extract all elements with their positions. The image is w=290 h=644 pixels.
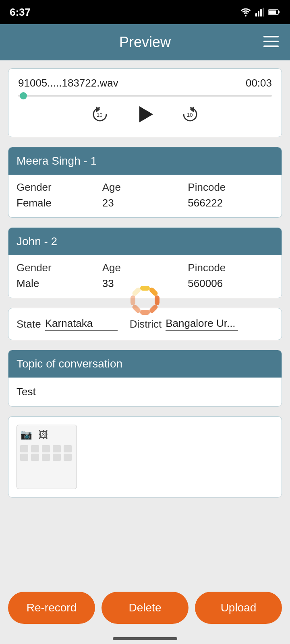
audio-filename: 91005.....183722.wav xyxy=(18,77,118,89)
main-content: 91005.....183722.wav 00:03 10 xyxy=(0,60,290,644)
person2-age-label: Age xyxy=(102,262,188,274)
thumb-cell xyxy=(42,454,50,461)
person2-body: Gender Age Pincode Male 33 560006 xyxy=(8,255,282,298)
home-indicator xyxy=(113,637,177,640)
battery-icon xyxy=(268,9,280,15)
thumb-cell xyxy=(42,445,50,452)
svg-text:10: 10 xyxy=(97,112,102,118)
svg-rect-0 xyxy=(255,13,257,17)
person1-name: Meera Singh - 1 xyxy=(17,155,97,167)
topic-header: Topic of conversation xyxy=(8,350,282,378)
person1-gender-label: Gender xyxy=(17,181,102,194)
thumb-cell xyxy=(20,445,28,452)
person1-pincode-value: 566222 xyxy=(188,197,273,209)
rerecord-button[interactable]: Re-record xyxy=(8,592,95,624)
status-icons xyxy=(240,8,280,17)
thumb-cell xyxy=(64,445,72,452)
time-display: 6:37 xyxy=(10,6,31,19)
person1-age-value: 23 xyxy=(102,197,188,209)
thumb-cell xyxy=(20,454,28,461)
svg-rect-8 xyxy=(263,41,279,42)
thumb-cell xyxy=(31,454,39,461)
person2-gender-label: Gender xyxy=(17,262,102,274)
topic-body: Test xyxy=(8,378,282,406)
svg-rect-6 xyxy=(269,10,276,14)
audio-controls: 10 10 xyxy=(18,104,272,129)
district-value: Bangalore Ur... xyxy=(166,317,238,331)
thumb-cell xyxy=(53,454,61,461)
bottom-action-bar: Re-record Delete Upload xyxy=(0,592,290,624)
delete-button[interactable]: Delete xyxy=(102,592,188,624)
person1-card: Meera Singh - 1 Gender Age Pincode Femal… xyxy=(8,147,282,218)
wifi-icon xyxy=(240,8,251,17)
state-value: Karnataka xyxy=(45,317,118,331)
person2-pincode-label: Pincode xyxy=(188,262,273,274)
person1-age-label: Age xyxy=(102,181,188,194)
svg-rect-7 xyxy=(263,36,279,37)
camera-icon: 📷 xyxy=(20,429,32,440)
image-card: 📷 🖼 xyxy=(8,416,282,497)
upload-button[interactable]: Upload xyxy=(195,592,282,624)
audio-progress-bar[interactable] xyxy=(18,95,272,97)
forward-button[interactable]: 10 xyxy=(180,104,201,129)
audio-player-card: 91005.....183722.wav 00:03 10 xyxy=(8,68,282,137)
signal-icon xyxy=(255,8,264,17)
topic-value: Test xyxy=(17,386,36,398)
image-icon: 🖼 xyxy=(39,429,48,440)
person2-gender-value: Male xyxy=(17,277,102,290)
topic-card: Topic of conversation Test xyxy=(8,350,282,407)
svg-rect-5 xyxy=(278,11,280,13)
svg-rect-3 xyxy=(263,8,264,17)
app-header: Preview xyxy=(0,24,290,60)
rewind-button[interactable]: 10 xyxy=(89,104,110,129)
svg-marker-12 xyxy=(139,106,153,122)
svg-rect-1 xyxy=(258,11,259,17)
menu-icon[interactable] xyxy=(263,36,279,49)
person2-name: John - 2 xyxy=(17,235,57,248)
page-title: Preview xyxy=(119,34,171,51)
svg-rect-9 xyxy=(263,45,279,47)
loading-spinner xyxy=(121,294,169,342)
audio-duration: 00:03 xyxy=(246,77,272,89)
person2-header: John - 2 xyxy=(8,228,282,255)
thumb-cell xyxy=(53,445,61,452)
topic-title: Topic of conversation xyxy=(17,357,122,370)
person2-pincode-value: 560006 xyxy=(188,277,273,290)
person1-header: Meera Singh - 1 xyxy=(8,147,282,175)
image-thumbnail: 📷 🖼 xyxy=(17,425,77,489)
svg-rect-2 xyxy=(260,9,262,17)
status-bar: 6:37 xyxy=(0,0,290,24)
audio-progress-dot xyxy=(20,92,27,99)
person1-gender-value: Female xyxy=(17,197,102,209)
play-button[interactable] xyxy=(135,104,155,129)
state-label: State xyxy=(17,318,41,330)
person1-pincode-label: Pincode xyxy=(188,181,273,194)
thumb-grid xyxy=(20,445,73,461)
thumb-cell xyxy=(31,445,39,452)
person1-body: Gender Age Pincode Female 23 566222 xyxy=(8,175,282,217)
thumb-icons: 📷 🖼 xyxy=(20,429,73,440)
svg-text:10: 10 xyxy=(187,112,193,118)
thumb-cell xyxy=(64,454,72,461)
